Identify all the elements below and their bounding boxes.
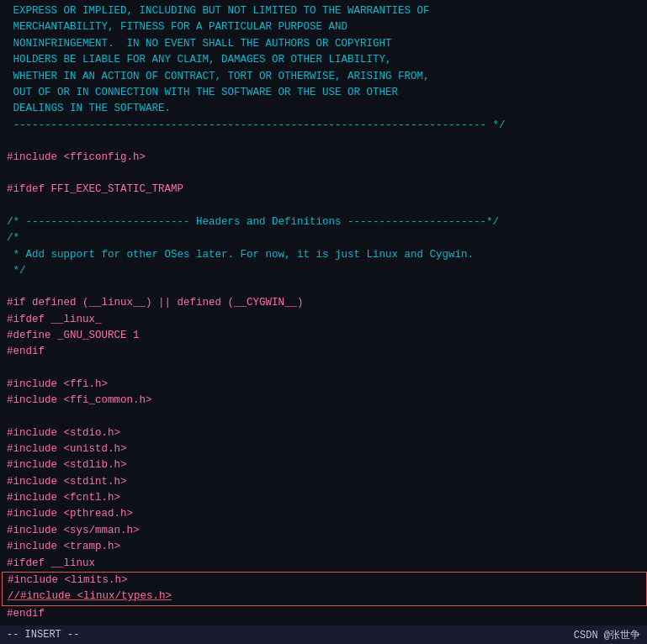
code-line: #endif — [0, 606, 647, 622]
code-line: #ifdef FFI_EXEC_STATIC_TRAMP — [0, 182, 647, 198]
code-line — [0, 166, 647, 182]
code-line: //#include <linux/types.h> — [2, 589, 647, 605]
code-line: #include <fficonfig.h> — [0, 150, 647, 166]
code-line: #include <unistd.h> — [0, 441, 647, 457]
code-line: #define _GNU_SOURCE 1 — [0, 328, 647, 344]
code-line: #include <pthread.h> — [0, 506, 647, 522]
code-line: WHETHER IN AN ACTION OF CONTRACT, TORT O… — [0, 69, 647, 85]
code-line: * Add support for other OSes later. For … — [0, 247, 647, 263]
code-line: MERCHANTABILITY, FITNESS FOR A PARTICULA… — [0, 19, 647, 35]
code-line — [0, 409, 647, 425]
code-line: #include <stdio.h> — [0, 425, 647, 441]
code-line: #include <ffi.h> — [0, 377, 647, 393]
code-line — [0, 279, 647, 295]
code-line: /* — [0, 230, 647, 246]
code-line: ----------------------------------------… — [0, 118, 647, 134]
code-line — [0, 198, 647, 214]
code-line: OUT OF OR IN CONNECTION WITH THE SOFTWAR… — [0, 85, 647, 101]
code-line: #include <stdint.h> — [0, 474, 647, 490]
code-editor: EXPRESS OR IMPLIED, INCLUDING BUT NOT LI… — [0, 0, 647, 644]
code-line: #include <sys/mman.h> — [0, 523, 647, 539]
code-line: #include <stdlib.h> — [0, 457, 647, 473]
code-line: /* -------------------------- Headers an… — [0, 214, 647, 230]
code-line: #ifdef __linux — [0, 556, 647, 572]
code-line: NONINFRINGEMENT. IN NO EVENT SHALL THE A… — [0, 36, 647, 52]
code-line: #include <ffi_common.h> — [0, 393, 647, 409]
csdn-label: CSDN @张世争 — [574, 628, 640, 642]
code-line: #include <tramp.h> — [0, 539, 647, 555]
code-line: #include <fcntl.h> — [0, 490, 647, 506]
code-line: #endif — [0, 344, 647, 360]
code-line: #ifdef __linux_ — [0, 312, 647, 328]
code-line: EXPRESS OR IMPLIED, INCLUDING BUT NOT LI… — [0, 3, 647, 19]
code-line: HOLDERS BE LIABLE FOR ANY CLAIM, DAMAGES… — [0, 52, 647, 68]
code-line: #include <limits.h> — [2, 572, 647, 589]
status-bar: -- INSERT -- CSDN @张世争 — [0, 626, 647, 644]
insert-mode-indicator: -- INSERT -- — [7, 629, 79, 641]
code-line: */ — [0, 263, 647, 279]
code-line: DEALINGS IN THE SOFTWARE. — [0, 101, 647, 117]
code-line: #if defined (__linux__) || defined (__CY… — [0, 295, 647, 311]
code-line — [0, 361, 647, 377]
code-line — [0, 134, 647, 150]
